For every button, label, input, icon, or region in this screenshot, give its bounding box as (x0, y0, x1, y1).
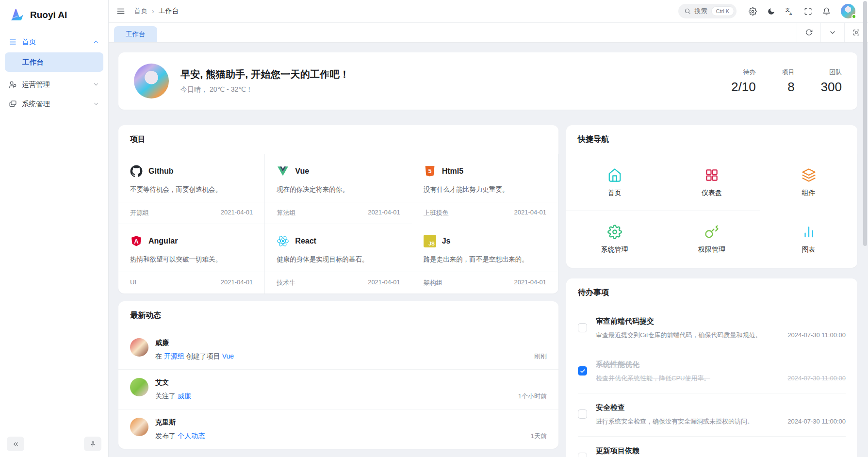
todo-item: 更新项目依赖 (578, 437, 846, 457)
project-cell[interactable]: React 健康的身体是实现目标的基石。 技术牛 2021-04-01 (265, 224, 411, 294)
settings-icon[interactable] (749, 7, 757, 16)
breadcrumb-current: 工作台 (159, 7, 179, 16)
project-group: UI (130, 278, 136, 286)
sidebar-pin-button[interactable] (84, 437, 101, 451)
components-icon (802, 168, 816, 182)
svg-text:JS: JS (428, 241, 435, 246)
news-list: 威廉 在 开源组 创建了项目 Vue 刚刚 (118, 330, 558, 449)
user-avatar[interactable] (841, 4, 855, 18)
project-cell[interactable]: 5 Html5 没有什么才能比努力更重要。 上班摸鱼 2021-04-01 (412, 154, 558, 224)
project-name: Vue (295, 167, 309, 176)
project-cell[interactable]: Github 不要等待机会，而要创造机会。 开源组 2021-04-01 (118, 154, 265, 224)
sidebar-footer (0, 432, 108, 457)
news-time: 刚刚 (534, 352, 547, 361)
news-card: 最新动态 威廉 在 开源组 创建了项目 Vue (118, 301, 558, 449)
stat-label: 项目 (782, 68, 795, 77)
vue-icon (277, 165, 289, 178)
news-link[interactable]: 开源组 (164, 352, 184, 360)
quicknav-label: 权限管理 (698, 245, 725, 254)
todo-checkbox[interactable] (578, 323, 587, 332)
fullscreen-icon[interactable] (804, 7, 812, 16)
ops-menu-icon (9, 81, 17, 89)
project-desc: 现在的你决定将来的你。 (277, 185, 400, 194)
project-group: 开源组 (130, 209, 149, 217)
quicknav-label: 系统管理 (601, 245, 628, 254)
page-scrollbar (862, 0, 868, 457)
news-link[interactable]: 威廉 (178, 392, 191, 400)
project-date: 2021-04-01 (368, 278, 400, 287)
check-icon (580, 368, 586, 374)
todo-item-desc: 审查最近提交到Git仓库的前端代码，确保代码质量和规范。 (596, 331, 779, 340)
news-user-avatar (130, 338, 148, 357)
stat-label: 待办 (731, 68, 756, 77)
project-name: React (295, 237, 316, 245)
moon-icon[interactable] (767, 7, 775, 16)
quicknav-cell[interactable]: 仪表盘 (663, 154, 760, 211)
page-content: 早安, 熊猫助手, 开始您一天的工作吧！ 今日晴， 20℃ - 32℃！ 待办 … (109, 43, 868, 457)
project-cell[interactable]: JS Js 路是走出来的，而不是空想出来的。 架构组 2021-04-01 (412, 224, 558, 294)
news-time: 1天前 (531, 432, 547, 441)
sidebar-item-operations[interactable]: 运营管理 (0, 75, 108, 94)
bell-icon[interactable] (822, 7, 831, 16)
quicknav-cell[interactable]: 组件 (760, 154, 857, 211)
angular-icon: A (130, 235, 143, 247)
sidebar-collapse-button[interactable] (7, 437, 24, 451)
pin-icon (89, 441, 97, 448)
breadcrumb-separator: › (152, 7, 154, 15)
quicknav-label: 仪表盘 (702, 189, 722, 197)
todo-checkbox[interactable] (578, 409, 587, 419)
page-scrollbar-thumb[interactable] (863, 1, 867, 246)
search-input[interactable]: 搜索 Ctrl K (678, 4, 737, 18)
quicknav-card: 快捷导航 首页 仪表盘 (566, 125, 857, 268)
project-date: 2021-04-01 (514, 278, 547, 287)
html5-icon: 5 (424, 165, 436, 178)
chevron-down-icon (829, 29, 836, 36)
todo-checkbox[interactable] (578, 366, 587, 375)
sidebar: Ruoyi AI 首页 工作台 运营管理 系统管理 (0, 0, 109, 457)
project-date: 2021-04-01 (514, 209, 547, 217)
project-name: Html5 (442, 167, 463, 176)
quicknav-title: 快捷导航 (566, 125, 857, 154)
todo-item-time: 2024-07-30 11:00:00 (787, 375, 846, 382)
news-link[interactable]: 个人动态 (178, 432, 205, 440)
news-link[interactable]: Vue (222, 352, 234, 360)
sidebar-item-system[interactable]: 系统管理 (0, 94, 108, 114)
project-cell[interactable]: A Angular 热情和欲望可以突破一切难关。 UI 2021-04-01 (118, 224, 265, 294)
sidebar-item-system-label: 系统管理 (22, 99, 50, 109)
quicknav-cell[interactable]: 图表 (760, 211, 857, 268)
todo-list: 审查前端代码提交 审查最近提交到Git仓库的前端代码，确保代码质量和规范。 20… (566, 307, 857, 457)
sidebar-item-workbench[interactable]: 工作台 (5, 52, 103, 72)
news-text: 在 (155, 352, 164, 360)
quicknav-cell[interactable]: 权限管理 (663, 211, 760, 268)
news-user-name: 艾文 (155, 378, 547, 387)
topbar: 首页 › 工作台 搜索 Ctrl K 文A (109, 0, 868, 23)
todo-item-time: 2024-07-30 11:00:00 (787, 331, 846, 339)
project-desc: 没有什么才能比努力更重要。 (424, 185, 546, 194)
svg-text:A: A (789, 11, 792, 15)
tab-workbench[interactable]: 工作台 (114, 26, 157, 42)
todo-item-desc: 检查并优化系统性能，降低CPU使用率。 (596, 374, 779, 383)
sidebar-item-workbench-label: 工作台 (22, 58, 44, 67)
quicknav-cell[interactable]: 系统管理 (566, 211, 663, 268)
todo-checkbox[interactable] (578, 453, 587, 457)
chevron-up-icon (93, 38, 99, 45)
todo-item-title: 更新项目依赖 (596, 446, 846, 456)
project-date: 2021-04-01 (221, 209, 253, 217)
quicknav-grid: 首页 仪表盘 组件 (566, 154, 857, 268)
sidebar-item-home[interactable]: 首页 (0, 32, 108, 51)
main-area: 首页 › 工作台 搜索 Ctrl K 文A (109, 0, 868, 457)
projects-card: 项目 Github 不要等待机会 (118, 125, 558, 294)
project-cell[interactable]: Vue 现在的你决定将来的你。 算法组 2021-04-01 (265, 154, 411, 224)
brand-logo[interactable]: Ruoyi AI (0, 0, 108, 28)
breadcrumb-home[interactable]: 首页 (134, 7, 147, 16)
quicknav-cell[interactable]: 首页 (566, 154, 663, 211)
welcome-card: 早安, 熊猫助手, 开始您一天的工作吧！ 今日晴， 20℃ - 32℃！ 待办 … (118, 52, 857, 110)
menu-toggle-icon[interactable] (116, 7, 125, 16)
project-name: Angular (148, 237, 178, 245)
todo-item: 安全检查 进行系统安全检查，确保没有安全漏洞或未授权的访问。 2024-07-3… (578, 393, 846, 437)
right-column: 快捷导航 首页 仪表盘 (566, 125, 857, 457)
news-item: 威廉 在 开源组 创建了项目 Vue 刚刚 (118, 330, 558, 370)
todo-item-title: 审查前端代码提交 (596, 317, 846, 326)
translate-icon[interactable]: 文A (786, 7, 794, 16)
system-menu-icon (9, 100, 17, 108)
